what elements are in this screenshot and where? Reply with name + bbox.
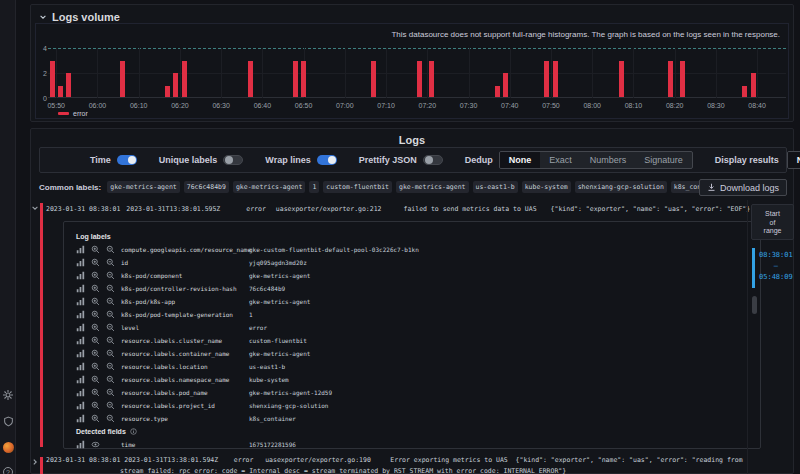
- bar: [58, 86, 63, 98]
- filter-out-icon[interactable]: [106, 401, 121, 410]
- shield-icon[interactable]: [2, 415, 14, 427]
- dedup-label: Dedup: [465, 155, 493, 165]
- user-avatar[interactable]: [2, 441, 14, 453]
- log-line[interactable]: 2023-01-31 08:38:01 2023-01-31T13:38:01.…: [46, 201, 749, 217]
- filter-out-icon[interactable]: [106, 388, 121, 397]
- logs-volume-header[interactable]: Logs volume: [39, 11, 120, 23]
- start-of-range-button[interactable]: Startofrange: [751, 204, 794, 240]
- stats-icon[interactable]: [76, 310, 91, 319]
- filter-out-icon[interactable]: [106, 297, 121, 306]
- bar: [293, 61, 298, 98]
- stats-icon[interactable]: [76, 336, 91, 345]
- logs-volume-plot: 05:5006:0006:1006:2006:3006:4006:5007:00…: [48, 48, 786, 98]
- filter-for-icon[interactable]: [91, 323, 106, 332]
- gear-icon[interactable]: [2, 389, 14, 401]
- toggle-switch[interactable]: [317, 155, 337, 165]
- stats-icon[interactable]: [76, 271, 91, 280]
- chevron-down-icon[interactable]: [31, 204, 39, 212]
- filter-out-icon[interactable]: [106, 323, 121, 332]
- common-labels-row: Common labels: gke-metrics-agent76c6c484…: [39, 181, 689, 193]
- detected-fields-label: Detected fields: [76, 428, 126, 435]
- toggle-switch[interactable]: [117, 155, 137, 165]
- x-tick-label: 08:20: [666, 102, 684, 109]
- filter-out-icon[interactable]: [106, 349, 121, 358]
- help-icon[interactable]: ?: [2, 466, 14, 474]
- detected-fields-table: time1675172281596: [76, 438, 760, 451]
- toggle-switch[interactable]: [223, 155, 243, 165]
- label-value: us-east1-b: [249, 363, 285, 370]
- eye-icon[interactable]: [91, 440, 106, 449]
- scrollbar-thumb[interactable]: [752, 296, 757, 314]
- label-row: k8s-pod/k8s-appgke-metrics-agent: [76, 295, 760, 308]
- legend-item-error[interactable]: error: [58, 110, 88, 117]
- filter-out-icon[interactable]: [106, 362, 121, 371]
- label-key: id: [121, 259, 249, 266]
- log-labels-title: Log labels: [76, 230, 760, 243]
- filter-out-icon[interactable]: [106, 258, 121, 267]
- common-label-badge: us-east1-b: [473, 181, 518, 193]
- filter-out-icon[interactable]: [106, 414, 121, 423]
- toggle-switch[interactable]: [423, 155, 443, 165]
- bar: [619, 61, 624, 98]
- filter-for-icon[interactable]: [91, 336, 106, 345]
- filter-for-icon[interactable]: [91, 414, 106, 423]
- filter-out-icon[interactable]: [106, 336, 121, 345]
- log-line[interactable]: 2023-01-31 08:38:01 2023-01-31T13:38:01.…: [46, 455, 749, 474]
- stats-icon[interactable]: [76, 245, 91, 254]
- range-to: 05:48:09: [759, 272, 793, 283]
- dedup-option-exact[interactable]: Exact: [540, 152, 581, 168]
- stats-icon[interactable]: [76, 362, 91, 371]
- filter-out-icon[interactable]: [106, 245, 121, 254]
- filter-for-icon[interactable]: [91, 349, 106, 358]
- bar: [668, 61, 673, 98]
- stats-icon[interactable]: [76, 440, 91, 449]
- stats-icon[interactable]: [76, 258, 91, 267]
- filter-for-icon[interactable]: [91, 362, 106, 371]
- label-value: 1675172281596: [249, 441, 296, 448]
- rail-divider: [747, 200, 748, 474]
- stats-icon[interactable]: [76, 401, 91, 410]
- label-key: resource.labels.container_name: [121, 350, 249, 357]
- label-row: resource.typek8s_container: [76, 412, 760, 425]
- label-row: resource.labels.namespace_namekube-syste…: [76, 373, 760, 386]
- toggle-knob: [128, 156, 136, 164]
- filter-for-icon[interactable]: [91, 388, 106, 397]
- filter-for-icon[interactable]: [91, 258, 106, 267]
- stats-icon[interactable]: [76, 414, 91, 423]
- order-option-newest-first[interactable]: Newest first: [788, 152, 800, 168]
- stats-icon[interactable]: [76, 388, 91, 397]
- dedup-option-none[interactable]: None: [500, 152, 541, 168]
- filter-for-icon[interactable]: [91, 297, 106, 306]
- download-logs-button[interactable]: Download logs: [699, 179, 787, 196]
- filter-for-icon[interactable]: [91, 310, 106, 319]
- bar: [544, 61, 549, 98]
- chevron-right-icon[interactable]: [31, 458, 39, 466]
- filter-for-icon[interactable]: [91, 271, 106, 280]
- filter-for-icon[interactable]: [91, 245, 106, 254]
- bar: [50, 61, 55, 98]
- label-key: k8s-pod/pod-template-generation: [121, 311, 249, 318]
- label-key: k8s-pod/component: [121, 272, 249, 279]
- start-of-range-word: of: [752, 219, 793, 228]
- stats-icon[interactable]: [76, 284, 91, 293]
- filter-out-icon[interactable]: [106, 310, 121, 319]
- filter-out-icon[interactable]: [106, 271, 121, 280]
- filter-for-icon[interactable]: [91, 401, 106, 410]
- dedup-option-numbers[interactable]: Numbers: [581, 152, 636, 168]
- filter-for-icon[interactable]: [91, 284, 106, 293]
- x-tick-label: 07:30: [460, 102, 478, 109]
- label-row: resource.labels.cluster_namecustom-fluen…: [76, 334, 760, 347]
- stats-icon[interactable]: [76, 349, 91, 358]
- stats-icon[interactable]: [76, 297, 91, 306]
- stats-icon[interactable]: [76, 323, 91, 332]
- filter-out-icon[interactable]: [106, 375, 121, 384]
- logs-controls-bar: TimeUnique labelsWrap linesPrettify JSON…: [39, 147, 787, 173]
- range-times[interactable]: 08:38:01 — 05:48:09: [759, 250, 793, 283]
- filter-out-icon[interactable]: [106, 284, 121, 293]
- stats-icon[interactable]: [76, 375, 91, 384]
- filter-for-icon[interactable]: [91, 375, 106, 384]
- y-axis: 024: [38, 48, 47, 98]
- toggle-label: Wrap lines: [265, 155, 310, 165]
- y-tick-label: 4: [43, 45, 47, 52]
- dedup-option-signature[interactable]: Signature: [635, 152, 692, 168]
